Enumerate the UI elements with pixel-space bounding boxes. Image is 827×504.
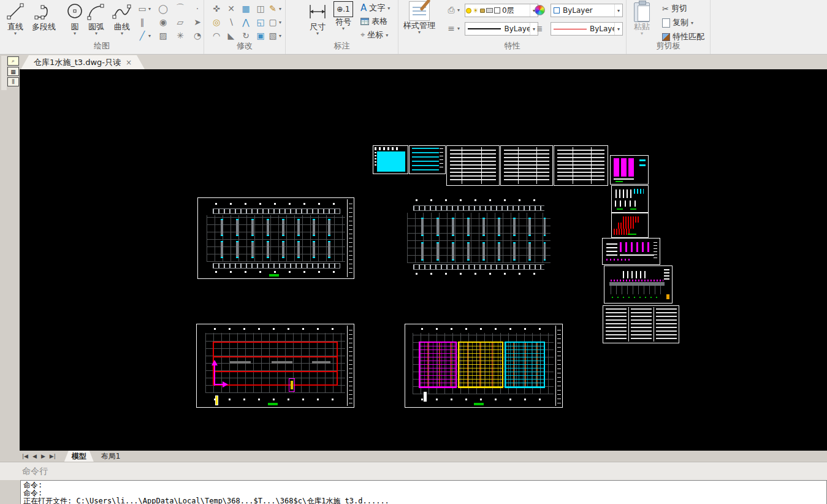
dimension-dropdown[interactable]: ▾ <box>316 31 319 36</box>
document-tab[interactable]: 仓库1水施_t3.dwg-只读 × <box>21 55 145 69</box>
symbol-button[interactable]: ⊕.1 符号 ▾ <box>333 1 353 31</box>
dimension-button[interactable]: 尺寸 ▾ <box>308 1 327 36</box>
fillet-icon[interactable]: ◠ <box>210 29 223 42</box>
spline-button[interactable]: 曲线 ▾ <box>112 1 132 36</box>
panel-clipboard-label: 剪切板 <box>627 40 710 52</box>
layer-lock-icon[interactable] <box>480 9 485 13</box>
coordinate-dropdown[interactable]: ▾ <box>386 32 388 38</box>
align-icon[interactable]: ◫ <box>254 2 267 15</box>
layer-freeze-icon[interactable]: ☀ <box>473 7 479 14</box>
color-combo-arrow[interactable]: ▾ <box>614 4 622 17</box>
plot-style-icon[interactable]: ⎙ <box>445 4 457 16</box>
circle-button[interactable]: 圆 ▾ <box>66 1 84 36</box>
layer-plot-icon[interactable] <box>486 8 493 13</box>
title-block-strip-3 <box>555 326 562 406</box>
ray-tool-icon[interactable]: ➤ <box>191 16 204 28</box>
sheet-detail-magenta <box>610 155 649 185</box>
edit-dropdown[interactable]: ▾ <box>279 6 281 12</box>
coordinate-button[interactable]: ⌖ 坐标 ▾ <box>360 29 388 40</box>
ellipse-tool-icon[interactable]: ◯ <box>157 2 169 15</box>
hatch-edit-icon[interactable]: ▧ <box>267 29 279 42</box>
first-tab-icon[interactable]: |◀ <box>22 453 28 459</box>
lineweight-menu-icon[interactable]: ≡ <box>445 22 457 34</box>
arc-dropdown[interactable]: ▾ <box>95 31 97 36</box>
polygon-tool-icon[interactable]: ⌒ <box>174 2 186 15</box>
last-tab-icon[interactable]: ▶| <box>50 453 56 459</box>
layer-color-swatch <box>494 7 500 13</box>
command-line-header[interactable]: 命令行 <box>0 462 827 480</box>
spline-dropdown[interactable]: ▾ <box>121 31 123 36</box>
break-icon[interactable]: ✕ <box>225 2 237 15</box>
linetype-list-icon[interactable]: ≣ <box>533 23 546 35</box>
linetype-sample <box>554 29 587 29</box>
sheet-notes-3 <box>554 145 608 186</box>
drawing-view-icon[interactable]: ▦ <box>7 67 19 76</box>
edit-icon[interactable]: ✎ <box>267 2 279 15</box>
layer-on-icon[interactable] <box>466 8 471 13</box>
paste-dropdown[interactable]: ▾ <box>641 31 643 36</box>
copy-object-icon[interactable]: ◎ <box>210 16 223 28</box>
symbol-dropdown[interactable]: ▾ <box>342 26 345 31</box>
circle-dropdown[interactable]: ▾ <box>74 31 76 36</box>
move-icon[interactable]: ✜ <box>210 2 223 15</box>
rect-trim-icon[interactable]: ▢ <box>267 16 279 28</box>
mirror-icon[interactable]: ⋀ <box>240 16 252 28</box>
cut-icon: ✂ <box>662 4 669 13</box>
text-icon: A <box>360 2 367 13</box>
arc-button[interactable]: 圆弧 ▾ <box>86 1 106 36</box>
hatch-edit-dropdown[interactable]: ▾ <box>279 33 281 39</box>
line-button[interactable]: 直线 ▾ <box>6 1 25 36</box>
divide-tool-icon[interactable]: ╱ <box>136 29 148 42</box>
revision-cloud-icon[interactable]: ◔ <box>191 29 204 42</box>
paste-button[interactable]: 粘贴 ▾ <box>634 2 650 36</box>
hatch-tool-icon[interactable]: ▨ <box>157 29 169 42</box>
wipeout-tool-icon[interactable]: ▱ <box>174 16 186 28</box>
rotate-icon[interactable]: ↻ <box>240 29 252 42</box>
text-button[interactable]: A 文字 ▾ <box>360 2 390 13</box>
linetype-combo-arrow[interactable]: ▾ <box>614 23 622 35</box>
prev-tab-icon[interactable]: ◀ <box>32 453 37 459</box>
document-tab-close-icon[interactable]: × <box>126 58 132 67</box>
parallel-tool-icon[interactable]: ∥ <box>136 16 148 28</box>
plot-style-dropdown[interactable]: ▾ <box>457 7 460 13</box>
divide-tool-dropdown[interactable]: ▾ <box>148 33 151 39</box>
pin-panel-icon[interactable]: ⌕ <box>7 56 19 66</box>
tab-layout1[interactable]: 布局1 <box>94 451 128 462</box>
drawing-canvas[interactable] <box>20 69 827 451</box>
command-history[interactable]: 命令: 命令: 正在打开文件: C:\Users\li...\AppData\L… <box>20 480 827 504</box>
layer-combo[interactable]: ☀ 0层 ▾ <box>465 4 538 17</box>
style-manager-button[interactable]: 样式管理 ▾ <box>403 1 435 35</box>
rect-trim-dropdown[interactable]: ▾ <box>279 20 281 25</box>
polyline-button[interactable]: 多段线 <box>32 1 56 31</box>
lineweight-sample <box>468 28 501 29</box>
cad-application-window: 直线 ▾ 多段线 圆 ▾ 圆弧 ▾ <box>0 0 827 504</box>
cut-button[interactable]: ✂ 剪切 <box>662 3 687 14</box>
table-button[interactable]: 表格 <box>360 16 387 27</box>
rectangle-tool-dropdown[interactable]: ▾ <box>148 6 151 12</box>
line-dropdown[interactable]: ▾ <box>14 31 17 36</box>
gear-icon[interactable]: ✳ <box>174 29 186 42</box>
next-tab-icon[interactable]: ▶ <box>41 453 45 459</box>
color-combo[interactable]: ByLayer ▾ <box>551 4 623 17</box>
lineweight-menu-dropdown[interactable]: ▾ <box>457 26 460 31</box>
title-block-strip-2 <box>347 326 354 406</box>
ribbon: 直线 ▾ 多段线 圆 ▾ 圆弧 ▾ <box>0 0 827 55</box>
point-tool-icon[interactable]: · <box>191 2 204 15</box>
overlap-icon[interactable]: ◱ <box>254 16 267 28</box>
column-grid-icon[interactable]: ⫼ <box>7 77 19 86</box>
array-icon[interactable]: ▦ <box>240 2 252 15</box>
region-tool-icon[interactable]: ◉ <box>157 16 169 28</box>
erase-icon[interactable]: ∖ <box>225 16 237 28</box>
copy-dropdown[interactable]: ▾ <box>691 20 693 26</box>
style-manager-dropdown[interactable]: ▾ <box>418 30 421 35</box>
copy-button[interactable]: 复制 ▾ <box>662 17 693 28</box>
text-dropdown[interactable]: ▾ <box>387 6 390 11</box>
tab-model[interactable]: 模型 <box>64 451 94 462</box>
chamfer-icon[interactable]: ◣ <box>225 29 237 42</box>
title-block-strip <box>347 199 354 277</box>
linetype-combo[interactable]: ByLayer ▾ <box>551 22 623 36</box>
lineweight-combo[interactable]: ByLayer ▾ <box>465 22 538 36</box>
box-3d-icon[interactable]: ▣ <box>254 29 267 42</box>
rectangle-tool-icon[interactable]: ▭ <box>136 2 148 15</box>
color-wheel-icon[interactable] <box>535 5 545 15</box>
